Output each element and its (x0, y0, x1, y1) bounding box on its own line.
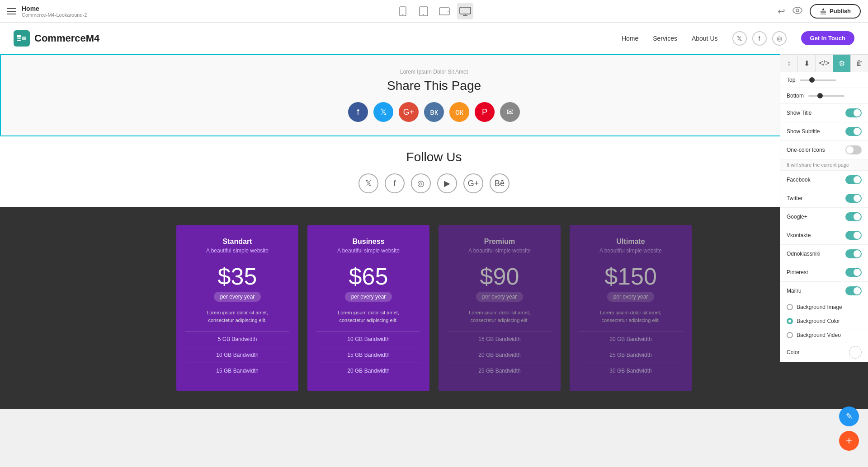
top-bar-right: ↩ Publish (778, 4, 861, 19)
facebook-nav-icon[interactable]: f (752, 31, 767, 46)
vkontakte-toggle-row: Vkontakte (780, 226, 868, 245)
card-feature: 25 GB Bandwidth (579, 347, 683, 363)
facebook-toggle[interactable] (845, 175, 862, 184)
bg-image-radio-row[interactable]: Background Image (780, 300, 868, 314)
google-toggle[interactable] (845, 212, 862, 221)
google-label: Google+ (787, 214, 807, 220)
one-color-icons-label: One-color Icons (787, 147, 825, 153)
show-title-row: Show Title (780, 104, 868, 122)
tooltip-note: It will share the current page (780, 159, 868, 171)
mailru-toggle[interactable] (845, 286, 862, 295)
one-color-icons-row: One-color Icons (780, 141, 868, 159)
card-period: per every year (476, 292, 524, 302)
card-desc: A beautiful simple website (579, 248, 683, 254)
bg-video-radio[interactable] (787, 332, 793, 338)
card-desc: A beautiful simple website (185, 248, 289, 254)
top-slider[interactable] (800, 79, 836, 81)
bottom-slider-wrap (808, 95, 862, 97)
card-desc: A beautiful simple website (316, 248, 420, 254)
odnoklassniki-toggle[interactable] (845, 249, 862, 258)
card-feature: 15 GB Bandwidth (185, 363, 289, 378)
toolbar-delete-btn[interactable]: 🗑 (851, 55, 868, 72)
color-row: Color (780, 342, 868, 362)
share-vk-btn[interactable]: вк (424, 102, 444, 122)
get-in-touch-button[interactable]: Get In Touch (801, 31, 854, 45)
follow-section: Follow Us 𝕏 f ◎ ▶ G+ Bē (0, 136, 868, 207)
twitter-toggle-row: Twitter (780, 189, 868, 208)
share-ok-btn[interactable]: ок (449, 102, 469, 122)
bg-video-radio-row[interactable]: Background Video (780, 328, 868, 342)
share-twitter-btn[interactable]: 𝕏 (373, 102, 393, 122)
mobile-device-btn[interactable] (395, 3, 411, 19)
bg-color-label: Background Color (797, 318, 840, 324)
card-details: Lorem ipsum dolor sit amet,consectetur a… (185, 309, 289, 324)
follow-youtube-btn[interactable]: ▶ (437, 173, 457, 193)
pricing-card: Business A beautiful simple website $65 … (307, 225, 429, 391)
tablet-landscape-btn[interactable] (436, 3, 453, 19)
svg-rect-12 (22, 37, 26, 40)
follow-behance-btn[interactable]: Bē (490, 173, 509, 193)
share-facebook-btn[interactable]: f (348, 102, 368, 122)
pinterest-toggle[interactable] (845, 268, 862, 277)
bg-image-radio[interactable] (787, 304, 793, 310)
show-title-toggle[interactable] (845, 108, 862, 117)
card-feature: 25 GB Bandwidth (448, 363, 552, 378)
undo-button[interactable]: ↩ (778, 6, 785, 17)
card-period: per every year (214, 292, 261, 302)
bottom-slider-row: Bottom (780, 88, 868, 104)
toolbar-move-btn[interactable]: ↕ (780, 55, 798, 72)
settings-toolbar: ↕ ⬇ </> ⚙ 🗑 (780, 55, 868, 72)
follow-instagram-btn[interactable]: ◎ (411, 173, 431, 193)
device-selector (395, 3, 473, 19)
toolbar-download-btn[interactable]: ⬇ (798, 55, 816, 72)
card-price: $150 (579, 263, 683, 290)
bg-color-radio[interactable] (787, 318, 793, 324)
card-feature: 10 GB Bandwidth (185, 347, 289, 363)
pricing-card: Standart A beautiful simple website $35 … (176, 225, 298, 391)
publish-button[interactable]: Publish (810, 4, 861, 19)
share-mail-btn[interactable]: ✉ (500, 102, 520, 122)
bottom-slider[interactable] (808, 95, 844, 97)
top-bar: Home Commerce-M4-Lookaround-2 ↩ Publish (0, 0, 868, 23)
google-toggle-row: Google+ (780, 208, 868, 226)
desktop-device-btn[interactable] (457, 3, 473, 19)
color-swatch[interactable] (849, 346, 862, 359)
card-price: $90 (448, 263, 552, 290)
color-label: Color (787, 349, 800, 355)
one-color-icons-toggle[interactable] (845, 145, 862, 154)
hamburger-menu[interactable] (7, 8, 16, 14)
svg-rect-6 (460, 7, 471, 14)
page-title: Home (22, 5, 87, 12)
share-title: Share This Page (10, 79, 858, 93)
toolbar-settings-btn[interactable]: ⚙ (833, 55, 851, 72)
twitter-nav-icon[interactable]: 𝕏 (732, 31, 747, 46)
share-google-btn[interactable]: G+ (399, 102, 419, 122)
vkontakte-toggle[interactable] (845, 231, 862, 240)
share-pinterest-btn[interactable]: P (475, 102, 495, 122)
follow-facebook-btn[interactable]: f (385, 173, 405, 193)
settings-panel: ↕ ⬇ </> ⚙ 🗑 Top Bottom Show Title Show S… (780, 54, 868, 362)
card-price: $65 (316, 263, 420, 290)
follow-google-btn[interactable]: G+ (463, 173, 483, 193)
nav-about[interactable]: About Us (692, 35, 718, 42)
bg-color-radio-row[interactable]: Background Color (780, 314, 868, 328)
svg-point-1 (402, 14, 403, 15)
preview-button[interactable] (793, 6, 802, 16)
show-title-label: Show Title (787, 110, 811, 116)
twitter-toggle[interactable] (845, 194, 862, 203)
show-subtitle-toggle[interactable] (845, 127, 862, 136)
toolbar-code-btn[interactable]: </> (816, 55, 833, 72)
nav-services[interactable]: Services (653, 35, 677, 42)
card-plan: Ultimate (579, 238, 683, 246)
logo-area: CommerceM4 (14, 30, 99, 47)
card-period: per every year (607, 292, 655, 302)
follow-twitter-btn[interactable]: 𝕏 (359, 173, 378, 193)
instagram-nav-icon[interactable]: ◎ (772, 31, 787, 46)
tablet-device-btn[interactable] (415, 3, 432, 19)
card-feature: 30 GB Bandwidth (579, 363, 683, 378)
card-feature: 20 GB Bandwidth (579, 331, 683, 347)
card-feature: 10 GB Bandwidth (316, 331, 420, 347)
nav-home[interactable]: Home (622, 35, 638, 42)
follow-icons-row: 𝕏 f ◎ ▶ G+ Bē (9, 173, 859, 193)
card-details: Lorem ipsum dolor sit amet,consectetur a… (316, 309, 420, 324)
